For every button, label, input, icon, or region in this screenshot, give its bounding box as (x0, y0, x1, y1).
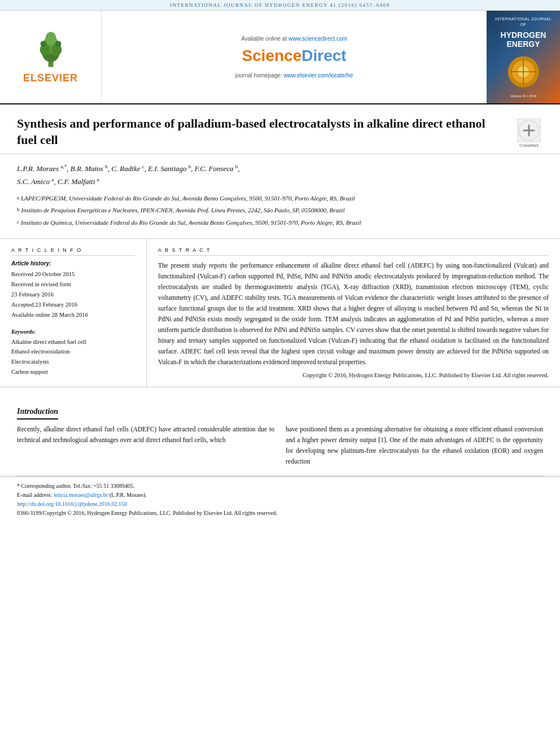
history-item-3: 23 February 2016 (11, 290, 135, 300)
header: ELSEVIER Available online at www.science… (0, 11, 560, 104)
journal-cover: International Journal of HYDROGENENERGY … (487, 11, 560, 103)
elsevier-logo: ELSEVIER (23, 30, 78, 84)
affil-a-id: a (17, 194, 19, 204)
crossmark-area[interactable]: CrossMark (515, 119, 543, 147)
available-link[interactable]: www.sciencedirect.com (288, 36, 347, 42)
spacer (0, 387, 560, 399)
keywords-section: Keywords: Alkaline direct ethanol fuel c… (11, 329, 135, 377)
abstract-label: A B S T R A C T (158, 247, 549, 256)
history-item-2: Received in revised form (11, 279, 135, 290)
authors-section: L.P.R. Moraes a,*, B.R. Matos b, C. Radt… (0, 154, 560, 239)
sciencedirect-logo: ScienceDirect (242, 47, 346, 65)
email-label: E-mail address: (17, 492, 52, 498)
affil-a-text: LAPEC/PPGE3M, Universidade Federal do Ri… (21, 194, 355, 204)
abstract-text: The present study reports the performanc… (158, 260, 549, 368)
svg-point-7 (55, 41, 61, 47)
affil-c-text: Instituto de Química, Universidade Feder… (21, 218, 361, 228)
article-info-abstract: A R T I C L E I N F O Article history: R… (0, 239, 560, 387)
article-info-label: A R T I C L E I N F O (11, 247, 135, 256)
svg-point-6 (40, 41, 46, 47)
author-fonseca: F.C. Fonseca (195, 165, 234, 173)
crossmark-icon (517, 119, 541, 142)
affil-b-text: Instituto de Pesquisas Energéticas e Nuc… (21, 206, 345, 216)
article-info-col: A R T I C L E I N F O Article history: R… (0, 239, 147, 387)
journal-cover-circle (508, 56, 539, 88)
cover-issue-info: Volume 41 | 2016 (510, 94, 537, 98)
affiliation-c: c Instituto de Química, Universidade Fed… (17, 218, 543, 228)
keyword-2: Ethanol electrooxidation (11, 347, 135, 357)
history-label: Article history: (11, 260, 135, 267)
author-matos: B.R. Matos (71, 165, 103, 173)
affiliation-a: a LAPEC/PPGE3M, Universidade Federal do … (17, 194, 543, 204)
affiliations: a LAPEC/PPGE3M, Universidade Federal do … (17, 194, 543, 228)
intro-col2: have positioned them as a promising alte… (286, 424, 543, 467)
article-title-section: Synthesis and performance of palladium-b… (0, 104, 560, 154)
author-moraes: L.P.R. Moraes (17, 165, 59, 173)
sciencedirect-area: Available online at www.sciencedirect.co… (102, 11, 487, 103)
introduction-section: Introduction Recently, alkaline direct e… (0, 399, 560, 476)
page: International Journal of Hydrogen Energy… (0, 0, 560, 747)
article-title: Synthesis and performance of palladium-b… (17, 116, 515, 148)
journal-banner-text: International Journal of Hydrogen Energy… (170, 2, 390, 8)
email-link[interactable]: leticia.moraes@ufrgs.br (54, 492, 108, 498)
issn-line: 0360-3199/Copyright © 2016, Hydrogen Ene… (17, 509, 543, 518)
affil-b-id: b (17, 206, 20, 216)
author-malfatti: C.F. Malfatti (58, 177, 95, 186)
copyright-line: Copyright © 2016, Hydrogen Energy Public… (158, 372, 549, 378)
intro-body: Recently, alkaline direct ethanol fuel c… (17, 424, 543, 467)
issn-text: 0360-3199/Copyright © 2016, Hydrogen Ene… (17, 510, 277, 516)
svg-point-3 (45, 32, 56, 46)
history-item-1: Received 20 October 2015 (11, 269, 135, 279)
corresponding-author-text: * Corresponding author. Tel./fax: +55 51… (17, 483, 134, 489)
crossmark-label: CrossMark (519, 143, 539, 147)
intro-text-col1: Recently, alkaline direct ethanol fuel c… (17, 424, 274, 445)
abstract-col: A B S T R A C T The present study report… (147, 239, 560, 387)
authors-line: L.P.R. Moraes a,*, B.R. Matos b, C. Radt… (17, 163, 543, 187)
journal-cover-title: HYDROGENENERGY (501, 30, 546, 50)
keyword-1: Alkaline direct ethanol fuel cell (11, 337, 135, 347)
email-person: (L.P.R. Moraes). (110, 492, 147, 498)
author-santiago: E.I. Santiago (148, 165, 186, 173)
journal-banner: International Journal of Hydrogen Energy… (0, 0, 560, 11)
keyword-4: Carbon support (11, 367, 135, 377)
affil-c-id: c (17, 218, 19, 228)
elsevier-wordmark: ELSEVIER (23, 72, 78, 84)
journal-cover-label: International Journal of (492, 16, 554, 28)
available-online-label: Available online at www.sciencedirect.co… (241, 36, 347, 42)
elsevier-logo-area: ELSEVIER (0, 11, 102, 103)
intro-col1: Recently, alkaline direct ethanol fuel c… (17, 424, 274, 467)
corresponding-author: * Corresponding author. Tel./fax: +55 51… (17, 482, 543, 491)
intro-heading: Introduction (17, 407, 58, 420)
author-radtke: C. Radtke (111, 165, 140, 173)
email-line: E-mail address: leticia.moraes@ufrgs.br … (17, 491, 543, 500)
history-item-4: Accepted 23 February 2016 (11, 300, 135, 310)
footnote-section: * Corresponding author. Tel./fax: +55 51… (0, 477, 560, 522)
homepage-link[interactable]: www.elsevier.com/locate/he (283, 72, 353, 78)
elsevier-tree-icon (31, 30, 71, 69)
journal-homepage: journal homepage: www.elsevier.com/locat… (235, 72, 353, 78)
history-item-5: Available online 28 March 2016 (11, 310, 135, 320)
keywords-label: Keywords: (11, 329, 135, 335)
doi-link[interactable]: http://dx.doi.org/10.1016/j.ijhydene.201… (17, 501, 127, 507)
doi-line: http://dx.doi.org/10.1016/j.ijhydene.201… (17, 500, 543, 509)
author-amico: S.C. Amico (17, 177, 50, 186)
keyword-3: Electrocatalysts (11, 357, 135, 367)
intro-text-col2: have positioned them as a promising alte… (286, 424, 543, 467)
affiliation-b: b Instituto de Pesquisas Energéticas e N… (17, 206, 543, 216)
